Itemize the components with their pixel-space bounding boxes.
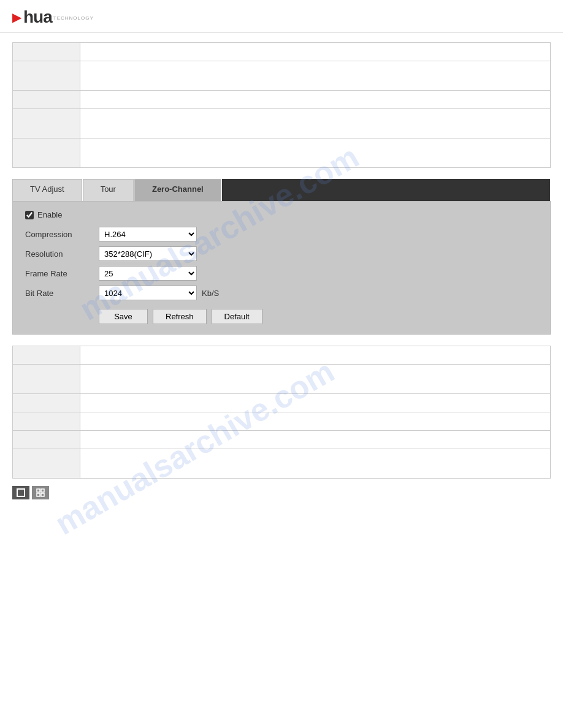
svg-rect-1: [37, 489, 40, 492]
enable-label: Enable: [37, 210, 62, 219]
table-label: [13, 365, 80, 394]
single-view-icon: [17, 488, 25, 497]
save-button[interactable]: Save: [99, 309, 148, 324]
table-row: [13, 91, 551, 109]
table-row: [13, 365, 551, 394]
tab-tour[interactable]: Tour: [83, 179, 134, 201]
table-row: [13, 346, 551, 365]
resolution-row: Resolution 352*288(CIF) 704*576(D1) 1280…: [25, 246, 538, 261]
header: ▶ hua TECHNOLOGY: [0, 0, 563, 32]
svg-rect-3: [37, 493, 40, 496]
logo: ▶ hua TECHNOLOGY: [12, 7, 551, 27]
table-value: [80, 138, 551, 168]
table-row: [13, 412, 551, 431]
table-label: [13, 138, 80, 168]
tab-zero-channel[interactable]: Zero-Channel: [134, 179, 221, 201]
tab-extra[interactable]: [222, 179, 550, 201]
compression-select[interactable]: H.264 H.265 MJPEG: [99, 227, 197, 241]
table-value: [80, 61, 551, 91]
enable-checkbox[interactable]: [25, 211, 34, 219]
svg-rect-4: [41, 493, 44, 496]
table-label: [13, 346, 80, 365]
bottom-info-table: [12, 346, 551, 479]
default-button[interactable]: Default: [212, 309, 262, 324]
button-row: Save Refresh Default: [25, 309, 538, 324]
top-info-table: [12, 42, 551, 168]
svg-rect-0: [17, 489, 25, 496]
refresh-button[interactable]: Refresh: [153, 309, 207, 324]
table-row: [13, 431, 551, 449]
svg-rect-2: [41, 489, 44, 492]
frame-rate-select[interactable]: 25 30 15 10 5: [99, 266, 197, 281]
bit-rate-unit: Kb/S: [202, 289, 219, 298]
grid-view-icon: [36, 488, 45, 497]
table-row: [13, 43, 551, 61]
table-value: [80, 365, 551, 394]
compression-row: Compression H.264 H.265 MJPEG: [25, 227, 538, 241]
tab-tv-adjust[interactable]: TV Adjust: [12, 179, 82, 201]
table-row: [13, 449, 551, 479]
single-view-button[interactable]: [12, 486, 29, 499]
bit-rate-select[interactable]: 1024 512 768 1536 2048: [99, 286, 197, 300]
table-label: [13, 431, 80, 449]
table-label: [13, 61, 80, 91]
table-value: [80, 91, 551, 109]
zerochannel-section: TV Adjust Tour Zero-Channel Enable Compr…: [12, 179, 551, 335]
bottom-table-section: [12, 346, 551, 479]
table-label: [13, 412, 80, 431]
logo-play-icon: ▶: [12, 10, 21, 25]
zero-channel-panel: Enable Compression H.264 H.265 MJPEG Res…: [12, 201, 551, 335]
table-value: [80, 109, 551, 138]
table-row: [13, 61, 551, 91]
table-row: [13, 109, 551, 138]
grid-view-button[interactable]: [32, 486, 49, 499]
bottom-icons: [12, 486, 551, 499]
table-value: [80, 449, 551, 479]
frame-rate-row: Frame Rate 25 30 15 10 5: [25, 266, 538, 281]
table-value: [80, 43, 551, 61]
table-value: [80, 394, 551, 412]
bit-rate-label: Bit Rate: [25, 289, 99, 298]
table-row: [13, 394, 551, 412]
table-row: [13, 138, 551, 168]
compression-label: Compression: [25, 230, 99, 239]
table-label: [13, 109, 80, 138]
table-value: [80, 346, 551, 365]
table-value: [80, 412, 551, 431]
table-label: [13, 91, 80, 109]
enable-row: Enable: [25, 210, 538, 219]
table-value: [80, 431, 551, 449]
resolution-select[interactable]: 352*288(CIF) 704*576(D1) 1280*720(720P): [99, 246, 197, 261]
bit-rate-row: Bit Rate 1024 512 768 1536 2048 Kb/S: [25, 286, 538, 300]
resolution-label: Resolution: [25, 249, 99, 259]
tab-bar: TV Adjust Tour Zero-Channel: [12, 179, 551, 201]
table-label: [13, 43, 80, 61]
table-label: [13, 394, 80, 412]
top-table-section: [12, 42, 551, 168]
frame-rate-label: Frame Rate: [25, 269, 99, 278]
logo-sub: TECHNOLOGY: [53, 15, 94, 21]
logo-text: hua: [23, 7, 52, 27]
table-label: [13, 449, 80, 479]
